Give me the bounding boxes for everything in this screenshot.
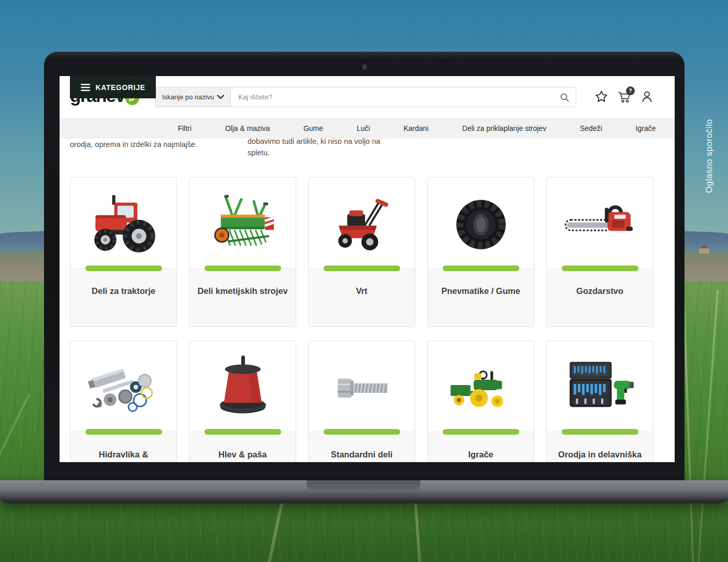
cart-badge: ? — [626, 86, 635, 95]
seed-drill-image — [190, 184, 296, 265]
intro-text-left: orodja, oprema in izdelki za najmlajše. — [70, 140, 197, 149]
nav-item-kardani[interactable]: Kardani — [403, 124, 428, 132]
category-grid: Deli za traktorje — [70, 177, 665, 462]
categories-menu-label: KATEGORIJE — [96, 83, 145, 92]
intro-text-right: dobavimo tudi artikle, ki niso na voljo … — [247, 136, 392, 158]
lawnmower-image — [309, 184, 415, 265]
category-card-orodja[interactable]: Orodja in delavniška — [546, 341, 653, 462]
search-bar — [230, 87, 576, 107]
card-label: Igrače — [428, 447, 534, 462]
card-accent-bar — [443, 429, 519, 435]
card-accent-bar — [85, 429, 162, 435]
chainsaw-image — [547, 184, 653, 265]
category-card-hidravlika[interactable]: Hidravlika & — [70, 341, 177, 462]
bolt-image — [309, 347, 415, 429]
card-label: Deli za traktorje — [70, 283, 177, 299]
search-icon[interactable] — [559, 92, 570, 102]
cart-button[interactable]: ? — [617, 90, 631, 103]
category-card-standardni-deli[interactable]: Standardni deli — [308, 341, 415, 462]
category-card-igrace[interactable]: Igrače — [427, 341, 534, 462]
search-category-value: Iskanje po nazivu — [162, 93, 214, 101]
card-label: Pnevmatike / Gume — [428, 283, 534, 299]
nav-item-igrace[interactable]: Igrače — [636, 124, 656, 132]
tire-image — [428, 184, 534, 265]
card-accent-bar — [443, 265, 519, 271]
nav-item-gume[interactable]: Gume — [303, 124, 323, 132]
nav-item-sedezi[interactable]: Sedeži — [580, 124, 602, 132]
card-accent-bar — [205, 429, 281, 435]
category-card-vrt[interactable]: Vrt — [308, 177, 415, 327]
header-icons: ? — [594, 90, 654, 103]
card-accent-bar — [562, 429, 638, 435]
account-button[interactable] — [640, 90, 654, 103]
webcam-icon — [362, 64, 367, 70]
tool-case-image — [547, 347, 653, 429]
nav-item-filtri[interactable]: Filtri — [178, 124, 191, 132]
toy-tractor-image — [428, 347, 534, 429]
card-accent-bar — [324, 429, 400, 435]
ad-disclosure-label: Oglasno sporočilo — [704, 105, 715, 193]
star-icon — [594, 90, 608, 103]
hamburger-icon — [81, 84, 90, 91]
nav-item-priklaplanje[interactable]: Deli za priklaplanje strojev — [462, 124, 547, 132]
chevron-down-icon — [217, 95, 224, 99]
category-card-gozdarstvo[interactable]: Gozdarstvo — [546, 177, 653, 327]
user-icon — [640, 90, 654, 103]
category-card-pnevmatike-gume[interactable]: Pnevmatike / Gume — [427, 177, 534, 327]
card-label: Standardni deli — [309, 447, 415, 462]
category-card-hlev-pasa[interactable]: Hlev & paša — [189, 341, 296, 462]
nav-item-olja-maziva[interactable]: Olja & maziva — [225, 124, 270, 132]
laptop-base-notch — [307, 480, 420, 490]
card-label: Gozdarstvo — [547, 283, 653, 299]
card-accent-bar — [562, 265, 638, 271]
card-accent-bar — [205, 265, 281, 271]
search-category-select[interactable]: Iskanje po nazivu — [155, 87, 231, 107]
card-label: Hidravlika & — [70, 447, 177, 462]
card-accent-bar — [85, 265, 162, 271]
advertisement-scene: Oglasno sporočilo granev Iskanje po nazi… — [0, 0, 728, 562]
farmhouse — [698, 245, 711, 254]
card-label: Orodja in delavniška — [547, 447, 653, 462]
browser-viewport: granev Iskanje po nazivu — [60, 76, 675, 462]
card-label: Vrt — [309, 283, 415, 299]
nav-item-luci[interactable]: Luči — [357, 124, 370, 132]
card-accent-bar — [324, 265, 400, 271]
feeder-image — [190, 347, 296, 429]
categories-menu-button[interactable]: KATEGORIJE — [70, 76, 156, 98]
favorites-button[interactable] — [594, 90, 608, 103]
search-input[interactable] — [238, 93, 559, 101]
category-card-deli-kmetijskih-strojev[interactable]: Deli kmetijskih strojev — [189, 177, 296, 327]
card-label: Deli kmetijskih strojev — [190, 283, 296, 299]
card-label: Hlev & paša — [190, 447, 296, 462]
tractor-image — [70, 184, 177, 265]
category-card-deli-za-traktorje[interactable]: Deli za traktorje — [70, 177, 177, 327]
hydraulic-parts-image — [70, 347, 177, 429]
